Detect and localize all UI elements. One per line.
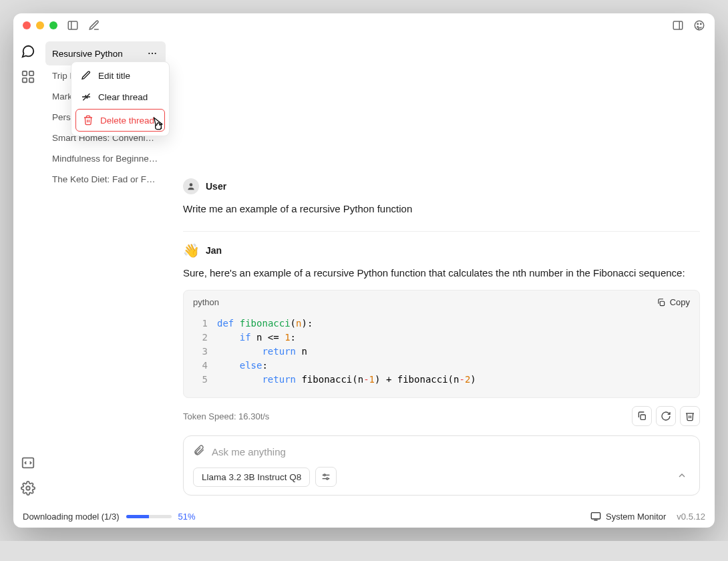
context-item-label: Clear thread [98,92,148,102]
context-edit-title[interactable]: Edit title [74,65,166,86]
svg-rect-10 [23,78,27,82]
author-label: Jan [206,245,222,256]
panel-toggle-icon[interactable] [67,19,79,31]
user-message: User Write me an example of a recursive … [183,178,700,216]
minimize-window-button[interactable] [36,21,44,29]
thread-menu-button[interactable] [146,47,159,60]
system-monitor-button[interactable]: System Monitor [590,511,666,522]
svg-point-13 [26,486,30,490]
thread-item[interactable]: Mindfulness for Beginne… [45,148,166,169]
main-panel: User Write me an example of a recursive … [168,37,715,505]
svg-point-5 [697,23,699,25]
panel-right-icon[interactable] [672,19,684,31]
model-selector[interactable]: Llama 3.2 3B Instruct Q8 [193,467,310,487]
version-label: v0.5.12 [677,512,705,522]
code-block: python Copy 1def fibonacci(n): 2 if n <=… [183,290,700,398]
regenerate-button[interactable] [656,406,676,426]
svg-point-4 [695,21,704,30]
author-label: User [206,181,226,192]
svg-rect-0 [68,21,77,29]
composer-collapse-icon[interactable] [674,467,690,486]
thread-label: Resursive Python [52,49,123,59]
download-percent: 51% [178,512,196,522]
maximize-window-button[interactable] [49,21,57,29]
svg-rect-11 [29,78,33,82]
attachment-icon[interactable] [193,444,205,459]
svg-point-7 [697,27,699,28]
thread-context-menu: Edit title Clear thread Delete thread [71,61,170,136]
message-text: Write me an example of a recursive Pytho… [183,201,700,216]
download-progress [126,515,172,518]
assistant-avatar-icon: 👋 [183,242,199,258]
thread-item[interactable]: The Keto Diet: Fad or Fa… [45,169,166,190]
token-speed-label: Token Speed: 16.30t/s [183,411,269,421]
svg-rect-19 [641,415,645,419]
context-item-label: Edit title [98,71,130,81]
copy-label: Copy [670,297,690,307]
svg-point-16 [155,53,156,54]
context-delete-thread[interactable]: Delete thread [75,109,165,132]
settings-icon[interactable] [21,481,35,496]
code-language-label: python [193,297,219,307]
chat-icon[interactable] [21,44,35,59]
svg-point-22 [324,474,326,476]
download-status-label: Downloading model (1/3) [23,512,120,522]
svg-rect-9 [29,71,33,75]
system-monitor-label: System Monitor [606,512,666,522]
nav-rail [13,37,43,505]
thread-sidebar: Resursive Python Trip Planning Advice Ma… [43,37,168,505]
svg-point-15 [152,53,153,54]
conversation: User Write me an example of a recursive … [168,37,715,435]
thread-label: Mindfulness for Beginne… [52,154,158,164]
titlebar [13,13,715,37]
context-clear-thread[interactable]: Clear thread [74,86,166,108]
svg-point-14 [148,53,150,54]
copy-message-button[interactable] [632,406,652,426]
svg-point-23 [327,478,329,480]
grid-icon[interactable] [21,69,35,84]
context-item-label: Delete thread [100,116,154,126]
delete-message-button[interactable] [680,406,700,426]
close-window-button[interactable] [23,21,31,29]
copy-code-button[interactable]: Copy [657,297,690,307]
code-body: 1def fibonacci(n): 2 if n <= 1: 3 return… [184,314,699,397]
assistant-message: 👋 Jan Sure, here's an example of a recur… [183,242,700,426]
message-divider [183,231,700,232]
svg-point-6 [701,23,702,25]
svg-point-17 [190,183,193,186]
app-window: Resursive Python Trip Planning Advice Ma… [13,13,715,528]
user-avatar-icon [183,178,199,194]
svg-rect-2 [673,21,683,29]
thread-label: The Keto Diet: Fad or Fa… [52,174,159,184]
svg-rect-8 [23,71,27,75]
code-icon[interactable] [21,455,35,470]
svg-rect-24 [591,513,600,519]
palette-icon[interactable] [693,19,705,31]
message-input[interactable] [212,446,690,457]
model-settings-button[interactable] [315,467,337,487]
svg-rect-18 [660,301,664,305]
new-thread-icon[interactable] [88,19,100,31]
status-bar: Downloading model (1/3) 51% System Monit… [13,505,715,528]
message-text: Sure, here's an example of a recursive P… [183,265,700,280]
composer: Llama 3.2 3B Instruct Q8 [183,435,700,496]
window-controls [23,21,57,29]
